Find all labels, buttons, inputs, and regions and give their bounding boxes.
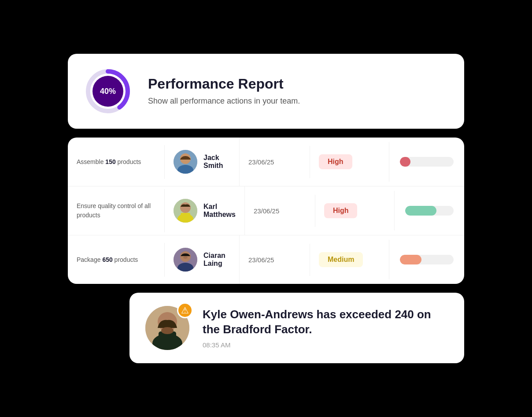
task-highlight: 150 bbox=[105, 158, 115, 165]
progress-bar-fill bbox=[400, 157, 410, 167]
priority-cell: High bbox=[315, 191, 395, 231]
avatar bbox=[174, 248, 197, 272]
task-cell: Package 650 products bbox=[68, 243, 165, 277]
avatar bbox=[174, 150, 197, 174]
person-name: Jack Smith bbox=[203, 154, 230, 170]
svg-rect-10 bbox=[181, 213, 190, 220]
notification-time: 08:35 AM bbox=[203, 341, 448, 349]
progress-cell bbox=[389, 242, 464, 277]
person-name: Ciaran Laing bbox=[203, 252, 230, 268]
task-cell: Ensure quality control of all products bbox=[68, 189, 165, 232]
priority-badge: High bbox=[324, 203, 358, 218]
notification-text: Kyle Owen-Andrews has exceeded 240 on th… bbox=[203, 307, 448, 349]
donut-percentage: 40% bbox=[92, 76, 123, 107]
table-row: Package 650 products Ciaran Laing 23/06/… bbox=[68, 235, 464, 284]
date-cell: 23/06/25 bbox=[240, 146, 310, 178]
donut-chart: 40% bbox=[84, 67, 132, 115]
progress-bar-fill bbox=[405, 206, 437, 216]
priority-badge: Medium bbox=[319, 252, 363, 267]
person-cell: Ciaran Laing bbox=[165, 235, 240, 284]
warning-icon: ⚠ bbox=[177, 302, 193, 318]
avatar bbox=[174, 199, 197, 223]
date-cell: 23/06/25 bbox=[240, 244, 310, 276]
notification-avatar-wrapper: ⚠ bbox=[145, 306, 189, 350]
progress-cell bbox=[395, 194, 464, 228]
notification-card: ⚠ Kyle Owen-Andrews has exceeded 240 on … bbox=[129, 293, 464, 363]
performance-text: Performance Report Show all performance … bbox=[148, 76, 300, 107]
person-cell: Jack Smith bbox=[165, 138, 240, 186]
performance-description: Show all performance actions in your tea… bbox=[148, 96, 300, 107]
performance-table: Assemble 150 products Jack Smith 23/06/2… bbox=[68, 138, 464, 284]
progress-cell bbox=[389, 145, 464, 179]
progress-bar-background bbox=[400, 255, 454, 264]
progress-bar-fill bbox=[400, 255, 421, 264]
progress-bar-background bbox=[405, 206, 454, 216]
date-cell: 23/06/25 bbox=[245, 195, 315, 227]
svg-point-15 bbox=[183, 256, 188, 259]
priority-badge: High bbox=[319, 154, 352, 169]
priority-cell: High bbox=[310, 142, 389, 182]
main-container: 40% Performance Report Show all performa… bbox=[68, 54, 464, 363]
table-row: Assemble 150 products Jack Smith 23/06/2… bbox=[68, 138, 464, 186]
task-highlight: 650 bbox=[102, 256, 112, 263]
person-name: Karl Matthews bbox=[203, 203, 236, 219]
priority-cell: Medium bbox=[310, 240, 389, 279]
svg-point-20 bbox=[161, 327, 174, 334]
task-cell: Assemble 150 products bbox=[68, 145, 165, 179]
performance-title: Performance Report bbox=[148, 76, 300, 92]
table-row: Ensure quality control of all products K… bbox=[68, 186, 464, 235]
performance-card: 40% Performance Report Show all performa… bbox=[68, 54, 464, 129]
person-cell: Karl Matthews bbox=[165, 186, 245, 235]
progress-bar-background bbox=[400, 157, 454, 167]
notification-message: Kyle Owen-Andrews has exceeded 240 on th… bbox=[203, 307, 448, 337]
